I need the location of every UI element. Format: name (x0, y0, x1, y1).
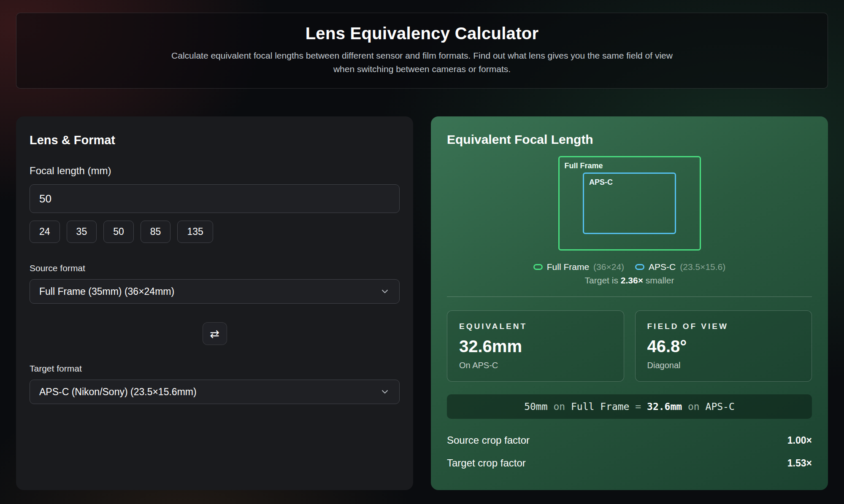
lens-format-card: Lens & Format Focal length (mm) 24 35 50… (16, 116, 413, 490)
chevron-down-icon (380, 286, 390, 296)
field-of-view-stat-label: FIELD OF VIEW (647, 322, 800, 331)
equivalent-stat-value: 32.6mm (459, 336, 612, 356)
focal-length-input[interactable] (30, 184, 400, 213)
target-format-value: APS-C (Nikon/Sony) (23.5×15.6mm) (39, 386, 197, 398)
focal-presets: 24 35 50 85 135 (30, 221, 400, 243)
legend-aps-c-name: APS-C (649, 262, 676, 272)
preset-35-button[interactable]: 35 (67, 221, 97, 243)
result-card: Equivalent Focal Length Full Frame APS-C… (431, 116, 828, 490)
result-card-title: Equivalent Focal Length (447, 132, 812, 147)
preset-85-button[interactable]: 85 (141, 221, 171, 243)
target-crop-factor-label: Target crop factor (447, 457, 526, 469)
legend-item-full-frame: Full Frame (36×24) (533, 262, 624, 272)
field-of-view-stat-value: 46.8° (647, 336, 800, 356)
source-crop-factor-value: 1.00× (787, 435, 812, 446)
summary-tgt-name: APS-C (706, 401, 735, 412)
full-frame-rect: Full Frame APS-C (558, 156, 701, 251)
summary-on-1: on (553, 401, 565, 412)
source-crop-factor-label: Source crop factor (447, 434, 530, 446)
aps-c-swatch-icon (635, 264, 644, 270)
focal-length-label: Focal length (mm) (30, 165, 400, 177)
swap-row: ⇄ (30, 322, 400, 345)
divider (447, 296, 812, 297)
header-card: Lens Equivalency Calculator Calculate eq… (16, 13, 828, 89)
aps-c-rect: APS-C (583, 172, 676, 234)
size-note-factor: 2.36× (621, 275, 643, 285)
field-of-view-stat-sub: Diagonal (647, 361, 800, 370)
preset-24-button[interactable]: 24 (30, 221, 60, 243)
target-crop-factor-row: Target crop factor 1.53× (447, 452, 812, 474)
size-note-suffix: smaller (643, 275, 674, 285)
diagram-legend: Full Frame (36×24) APS-C (23.5×15.6) (447, 262, 812, 272)
swap-formats-button[interactable]: ⇄ (203, 322, 227, 345)
equivalent-stat-label: EQUIVALENT (459, 322, 612, 331)
field-of-view-stat-card: FIELD OF VIEW 46.8° Diagonal (635, 310, 812, 382)
result-stats: EQUIVALENT 32.6mm On APS-C FIELD OF VIEW… (447, 310, 812, 382)
legend-full-frame-name: Full Frame (547, 262, 589, 272)
size-ratio-note: Target is 2.36× smaller (447, 275, 812, 286)
swap-icon: ⇄ (210, 328, 219, 340)
equivalent-stat-card: EQUIVALENT 32.6mm On APS-C (447, 310, 624, 382)
equivalence-summary-bar: 50mm on Full Frame = 32.6mm on APS-C (447, 394, 812, 419)
full-frame-rect-label: Full Frame (565, 162, 603, 170)
crop-factor-rows: Source crop factor 1.00× Target crop fac… (447, 429, 812, 474)
summary-on-2: on (688, 401, 700, 412)
target-format-label: Target format (30, 364, 400, 374)
form-card-title: Lens & Format (30, 133, 400, 147)
main-content: Lens & Format Focal length (mm) 24 35 50… (16, 116, 828, 490)
target-crop-factor-value: 1.53× (787, 458, 812, 469)
full-frame-swatch-icon (533, 264, 543, 270)
page-subtitle: Calculate equivalent focal lengths betwe… (169, 49, 675, 75)
summary-equals: = (635, 401, 641, 412)
preset-50-button[interactable]: 50 (103, 221, 134, 243)
chevron-down-icon (380, 387, 390, 397)
source-format-select[interactable]: Full Frame (35mm) (36×24mm) (30, 279, 400, 304)
legend-full-frame-dims: (36×24) (593, 262, 624, 272)
equivalent-stat-sub: On APS-C (459, 361, 612, 370)
summary-tgt-focal: 32.6mm (647, 401, 682, 412)
legend-aps-c-dims: (23.5×15.6) (680, 262, 725, 272)
summary-src-name: Full Frame (571, 401, 629, 412)
page-title: Lens Equivalency Calculator (33, 24, 811, 43)
target-format-select[interactable]: APS-C (Nikon/Sony) (23.5×15.6mm) (30, 380, 400, 404)
sensor-size-diagram: Full Frame APS-C (447, 156, 812, 251)
preset-135-button[interactable]: 135 (177, 221, 213, 243)
aps-c-rect-label: APS-C (589, 178, 670, 229)
summary-src-focal: 50mm (524, 401, 547, 412)
source-format-value: Full Frame (35mm) (36×24mm) (39, 286, 174, 297)
source-crop-factor-row: Source crop factor 1.00× (447, 429, 812, 452)
legend-item-aps-c: APS-C (23.5×15.6) (635, 262, 725, 272)
page: Lens Equivalency Calculator Calculate eq… (0, 0, 844, 490)
size-note-prefix: Target is (585, 275, 621, 285)
source-format-label: Source format (30, 263, 400, 273)
